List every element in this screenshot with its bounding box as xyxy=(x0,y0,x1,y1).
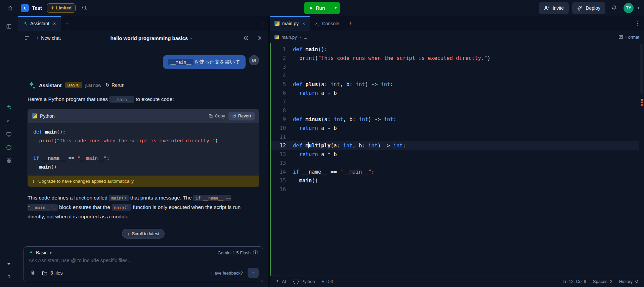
editor-line[interactable]: 15 main() xyxy=(271,176,639,185)
deploy-button[interactable]: Deploy xyxy=(572,2,605,14)
chat-title-selector[interactable]: hello world programming basics ▾ xyxy=(65,35,238,41)
help-button[interactable]: ? xyxy=(3,272,15,284)
editor-line[interactable]: 10 return a - b xyxy=(271,124,639,133)
ai-status-button[interactable]: AI xyxy=(275,279,286,284)
apps-tool-button[interactable] xyxy=(3,155,15,167)
indentation-indicator[interactable]: Spaces: 2 xyxy=(593,279,612,284)
chat-list-button[interactable] xyxy=(22,33,32,43)
tab-bar-spacer xyxy=(357,16,631,31)
model-info[interactable]: Gemini 1.5 Flash i xyxy=(218,250,258,255)
tab-assistant[interactable]: Assistant × xyxy=(18,16,61,31)
context-files-button[interactable]: 3 files xyxy=(42,270,63,276)
editor-line[interactable]: 16 xyxy=(271,185,639,194)
paperclip-icon xyxy=(30,270,36,276)
scrollbar-thumb[interactable] xyxy=(640,44,643,94)
editor-panel-menu-button[interactable]: ⋮ xyxy=(631,16,644,31)
upgrade-warning-banner[interactable]: ! Upgrade to have changes applied automa… xyxy=(28,176,259,187)
project-chip[interactable]: Test xyxy=(19,4,43,12)
assistant-prompt-input[interactable] xyxy=(29,257,258,263)
editor-line[interactable]: 12def multiply(a: int, b: int) -> int: xyxy=(271,141,639,150)
breadcrumb-file[interactable]: main.py xyxy=(282,35,297,40)
topbar-left: Test Limited xyxy=(5,2,90,14)
feedback-link[interactable]: Have feedback? xyxy=(211,271,243,276)
whats-new-button[interactable] xyxy=(3,258,15,270)
format-button[interactable]: Format xyxy=(618,35,639,40)
code-editor[interactable]: 1def main():2 print("This code runs when… xyxy=(270,43,644,276)
close-tab-button[interactable]: × xyxy=(53,21,56,26)
close-tab-button[interactable]: × xyxy=(302,21,305,26)
editor-line[interactable]: 3 xyxy=(271,63,639,71)
code-text: return a * b xyxy=(293,150,337,159)
basic-badge: BASIC xyxy=(65,82,82,88)
editor-line[interactable]: 11 xyxy=(271,133,639,141)
tab-main-py[interactable]: main.py × xyxy=(270,16,310,31)
invite-button[interactable]: Invite xyxy=(539,2,569,14)
chat-code-block: def main(): print("This code runs when t… xyxy=(28,123,259,176)
editor-line[interactable]: 1def main(): xyxy=(271,45,639,54)
home-button[interactable] xyxy=(5,2,16,14)
breadcrumb-more[interactable]: ... xyxy=(304,35,307,40)
history-button[interactable]: History ↺ xyxy=(619,279,639,284)
deploy-button-label: Deploy xyxy=(586,5,600,11)
composer-bottom-row: 3 files Have feedback? ↑ xyxy=(24,264,263,282)
editor-line[interactable]: 9def minus(a: int, b: int) -> int: xyxy=(271,115,639,124)
line-number: 13 xyxy=(271,159,293,168)
limited-badge-label: Limited xyxy=(56,5,72,10)
folder-icon xyxy=(42,271,47,276)
diff-toggle-button[interactable]: ± Diff xyxy=(321,279,333,284)
assistant-settings-button[interactable] xyxy=(255,33,264,43)
tier-label: Basic xyxy=(36,250,47,255)
rerun-button[interactable]: ↻ Rerun xyxy=(105,82,124,88)
code-text xyxy=(293,98,296,106)
user-avatar[interactable]: TY xyxy=(624,3,634,13)
editor-line[interactable]: 5def plus(a: int, b: int) -> int: xyxy=(271,80,639,89)
editor-line[interactable]: 14if __name__ == "__main__": xyxy=(271,168,639,176)
ai-spark-icon xyxy=(275,279,280,284)
revert-button[interactable]: ↺ Revert xyxy=(228,112,255,120)
editor-line[interactable]: 4 xyxy=(271,71,639,80)
chat-history-button[interactable] xyxy=(242,33,251,43)
copy-button[interactable]: Copy xyxy=(208,113,225,118)
cursor-position-indicator[interactable]: Ln 12, Col 6 xyxy=(563,279,586,284)
chat-title: hello world programming basics xyxy=(110,35,188,41)
search-button[interactable] xyxy=(79,2,90,14)
text-segment: that prints a message. The xyxy=(129,195,193,201)
account-menu-chevron-icon[interactable]: ▾ xyxy=(638,6,639,10)
shell-tool-button[interactable]: >_ xyxy=(3,114,15,127)
ports-tool-button[interactable] xyxy=(3,141,15,153)
editor-line[interactable]: 7 xyxy=(271,98,639,106)
user-avatar-initials: BI xyxy=(252,58,256,62)
send-button[interactable]: ↑ xyxy=(248,268,259,278)
model-tier-selector[interactable]: Basic ▾ xyxy=(29,250,51,255)
webview-tool-button[interactable] xyxy=(3,128,15,140)
new-tab-button[interactable]: + xyxy=(344,16,357,31)
assistant-panel-menu-button[interactable]: ⋮ xyxy=(256,16,268,31)
language-status-button[interactable]: { } Python xyxy=(293,279,315,284)
search-icon xyxy=(82,5,87,11)
notifications-button[interactable] xyxy=(609,2,620,14)
editor-line[interactable]: 6 return a + b xyxy=(271,89,639,98)
assistant-tool-button[interactable] xyxy=(3,101,15,113)
attach-button[interactable] xyxy=(29,268,37,277)
overview-ruler[interactable] xyxy=(640,43,643,276)
editor-line[interactable]: 2 print("This code runs when the script … xyxy=(271,54,639,63)
limited-badge[interactable]: Limited xyxy=(47,3,76,13)
inline-code-chip: main() xyxy=(112,204,131,211)
files-tool-button[interactable] xyxy=(3,20,15,32)
scroll-to-latest-button[interactable]: ↓ Scroll to latest xyxy=(122,229,165,239)
run-options-button[interactable]: ▾ xyxy=(331,2,340,14)
warning-icon: ! xyxy=(33,179,35,184)
editor-line[interactable]: 8 xyxy=(271,106,639,115)
chat-message-area[interactable]: __main__を使った文を書いて BI Assistant BASIC jus… xyxy=(18,45,268,244)
run-button[interactable]: ▶ Run xyxy=(304,2,331,14)
new-chat-button[interactable]: + New chat xyxy=(36,35,61,41)
history-status-label: History xyxy=(619,279,633,284)
code-text: print("This code runs when the script is… xyxy=(33,138,218,143)
tab-console[interactable]: >_ Console xyxy=(310,16,344,31)
new-tab-button[interactable]: + xyxy=(61,16,74,31)
text-segment: to execute code: xyxy=(134,96,174,102)
grid-icon xyxy=(6,158,12,164)
editor-line[interactable]: 13 return a * b xyxy=(271,150,639,159)
code-card: Python Copy ↺ Revert xyxy=(28,109,259,187)
editor-line[interactable]: 13 xyxy=(271,159,639,168)
